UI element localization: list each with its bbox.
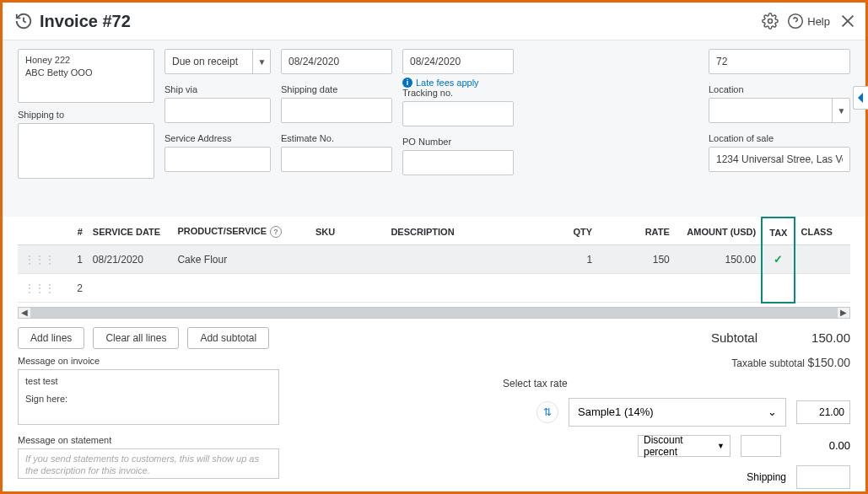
location-select[interactable] xyxy=(709,98,850,123)
help-icon[interactable]: ? xyxy=(270,226,282,238)
po-number-input[interactable] xyxy=(402,150,514,175)
shipping-to-label: Shipping to xyxy=(18,110,154,120)
message-statement-label: Message on statement xyxy=(18,435,279,445)
row-rate[interactable] xyxy=(597,274,675,303)
row-tax[interactable] xyxy=(762,274,795,303)
shipping-date-input[interactable] xyxy=(281,98,392,123)
shipping-amount-input[interactable] xyxy=(796,465,850,489)
row-amount[interactable]: 150.00 xyxy=(675,245,762,274)
gear-icon[interactable] xyxy=(762,13,779,30)
customer-line1: Honey 222 xyxy=(25,54,147,67)
estimate-no-label: Estimate No. xyxy=(281,133,392,143)
row-class[interactable] xyxy=(795,245,850,274)
row-num: 2 xyxy=(62,274,88,303)
location-of-sale-label: Location of sale xyxy=(709,133,850,143)
chevron-down-icon: ▼ xyxy=(717,442,725,450)
subtotal-value: 150.00 xyxy=(791,330,850,345)
message-statement-input[interactable]: If you send statements to customers, thi… xyxy=(18,448,279,479)
subtotal-label: Subtotal xyxy=(711,330,757,345)
svg-point-0 xyxy=(768,19,773,24)
message-invoice-input[interactable]: test test Sign here: xyxy=(18,369,279,425)
svg-marker-5 xyxy=(858,93,863,103)
row-sku[interactable] xyxy=(310,245,385,274)
customer-address-box[interactable]: Honey 222 ABC Betty OOO xyxy=(18,49,154,103)
grip-icon[interactable]: ⋮⋮⋮ xyxy=(18,274,62,303)
col-class: CLASS xyxy=(795,217,850,245)
service-address-input[interactable] xyxy=(164,147,271,172)
row-service-date[interactable]: 08/21/2020 xyxy=(88,245,173,274)
discount-type-select[interactable]: Discount percent ▼ xyxy=(638,435,731,457)
tax-rate-select[interactable]: Sample1 (14%) ⌄ xyxy=(569,398,786,427)
row-sku[interactable] xyxy=(310,274,385,303)
col-num: # xyxy=(62,217,88,245)
col-service-date: SERVICE DATE xyxy=(88,217,173,245)
row-qty[interactable] xyxy=(552,274,598,303)
row-amount[interactable] xyxy=(675,274,762,303)
help-label: Help xyxy=(807,15,830,28)
row-num: 1 xyxy=(62,245,88,274)
service-address-label: Service Address xyxy=(164,133,271,143)
check-icon: ✓ xyxy=(774,253,783,266)
select-tax-rate-label: Select tax rate xyxy=(503,378,568,389)
col-product: PRODUCT/SERVICE? xyxy=(172,217,310,245)
table-row[interactable]: ⋮⋮⋮ 2 xyxy=(18,274,850,303)
row-description[interactable] xyxy=(385,274,551,303)
row-product[interactable]: Cake Flour xyxy=(172,245,310,274)
grip-icon[interactable]: ⋮⋮⋮ xyxy=(18,245,62,274)
estimate-no-input[interactable] xyxy=(281,147,392,172)
due-date-input[interactable] xyxy=(402,49,514,74)
clear-all-lines-button[interactable]: Clear all lines xyxy=(93,327,179,349)
late-fees-label: Late fees apply xyxy=(416,78,479,88)
swap-icon[interactable]: ⇅ xyxy=(536,401,558,423)
terms-select[interactable] xyxy=(164,49,271,74)
history-icon[interactable] xyxy=(14,12,33,30)
tax-rate-selected: Sample1 (14%) xyxy=(578,405,654,418)
late-fees-notice[interactable]: i Late fees apply xyxy=(402,78,514,88)
add-lines-button[interactable]: Add lines xyxy=(18,327,84,349)
col-sku: SKU xyxy=(310,217,385,245)
info-icon: i xyxy=(402,78,412,88)
customer-line2: ABC Betty OOO xyxy=(25,67,147,79)
row-tax[interactable]: ✓ xyxy=(762,245,795,274)
line-items-table: # SERVICE DATE PRODUCT/SERVICE? SKU DESC… xyxy=(18,217,850,303)
col-description: DESCRIPTION xyxy=(385,217,551,245)
row-service-date[interactable] xyxy=(88,274,173,303)
horizontal-scrollbar[interactable]: ◀ ▶ xyxy=(18,307,850,319)
tracking-no-input[interactable] xyxy=(402,101,514,126)
scroll-left-icon[interactable]: ◀ xyxy=(19,308,30,317)
row-rate[interactable]: 150 xyxy=(597,245,675,274)
location-label: Location xyxy=(709,84,850,94)
help-button[interactable]: Help xyxy=(787,13,830,30)
row-qty[interactable]: 1 xyxy=(552,245,598,274)
row-description[interactable] xyxy=(385,245,551,274)
discount-amount: 0.00 xyxy=(791,439,850,452)
discount-value-input[interactable] xyxy=(741,435,781,457)
shipping-address-box[interactable] xyxy=(18,123,154,179)
message-invoice-line1: test test xyxy=(25,375,272,388)
location-of-sale-input[interactable] xyxy=(709,147,850,172)
po-number-label: PO Number xyxy=(402,137,514,147)
close-icon[interactable] xyxy=(838,12,857,30)
ship-via-label: Ship via xyxy=(164,84,271,94)
invoice-number-input[interactable] xyxy=(709,49,850,74)
add-subtotal-button[interactable]: Add subtotal xyxy=(187,327,269,349)
shipping-label: Shipping xyxy=(747,471,786,483)
col-amount: AMOUNT (USD) xyxy=(675,217,762,245)
row-product[interactable] xyxy=(172,274,310,303)
tracking-no-label: Tracking no. xyxy=(402,88,514,98)
chevron-down-icon: ⌄ xyxy=(768,405,777,418)
row-class[interactable] xyxy=(795,274,850,303)
message-invoice-label: Message on invoice xyxy=(18,356,279,366)
taxable-subtotal: Taxable subtotal $150.00 xyxy=(731,356,850,369)
page-title: Invoice #72 xyxy=(40,12,762,31)
col-rate: RATE xyxy=(597,217,675,245)
tax-amount-input[interactable] xyxy=(796,400,850,424)
col-tax: TAX xyxy=(762,217,795,245)
invoice-date-input[interactable] xyxy=(281,49,392,74)
scroll-right-icon[interactable]: ▶ xyxy=(838,308,849,317)
ship-via-input[interactable] xyxy=(164,98,271,123)
discount-label: Discount percent xyxy=(644,434,717,458)
svg-point-1 xyxy=(789,14,803,29)
table-row[interactable]: ⋮⋮⋮ 1 08/21/2020 Cake Flour 1 150 150.00… xyxy=(18,245,850,274)
drawer-toggle[interactable] xyxy=(853,86,868,110)
